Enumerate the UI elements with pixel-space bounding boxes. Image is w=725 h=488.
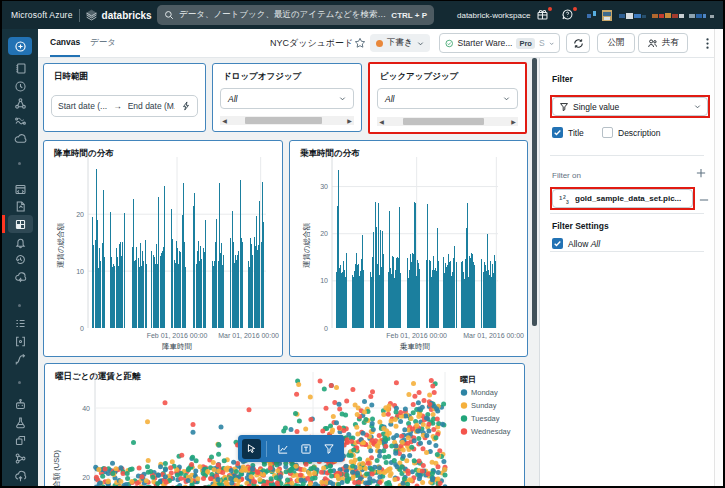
- nav-item-compute[interactable]: [2, 132, 38, 145]
- widget-dropoff-time-chart[interactable]: 降車時間の分布 01020Feb 01, 2016 00:00Mar 01, 2…: [43, 140, 283, 357]
- draft-status-pill[interactable]: 下書き: [370, 34, 430, 52]
- nav-item-catalog[interactable]: [2, 97, 38, 110]
- nav-item-workspace[interactable]: [2, 62, 38, 75]
- widget-fare-distance-scatter[interactable]: 曜日ごとの運賃と距離 4020運賃の総合額 (USD)曜日MondaySunda…: [44, 363, 525, 487]
- workspace-name[interactable]: databrick-workspace: [457, 1, 530, 29]
- global-search-input[interactable]: データ、ノートブック、最近のアイテムなどを検索… CTRL + P: [157, 5, 434, 25]
- warehouse-selector[interactable]: Starter Ware... Pro S: [439, 33, 560, 53]
- nav-item-playground[interactable]: [2, 398, 38, 411]
- favorite-star-icon[interactable]: [354, 37, 366, 49]
- widget-title: ピックアップジップ: [380, 71, 458, 83]
- gift-icon[interactable]: [536, 8, 550, 22]
- tab-data[interactable]: データ: [90, 29, 116, 57]
- chevron-down-icon: [549, 40, 554, 47]
- nav-item-workflows[interactable]: [2, 115, 38, 128]
- dashboard-title[interactable]: NYCダッシュボード: [270, 29, 353, 57]
- widget-dropoff-zip-filter[interactable]: ドロップオフジップ All ◀ ▶: [212, 63, 362, 132]
- help-badge-dot: [573, 7, 577, 11]
- filter-field-chip[interactable]: 123 gold_sample_data_set.pic...: [552, 189, 693, 208]
- kebab-icon: [706, 37, 709, 50]
- nav-item-queries[interactable]: [2, 200, 38, 213]
- scroll-left-arrow-icon[interactable]: ◀: [377, 117, 386, 126]
- publish-button[interactable]: 公開: [597, 33, 635, 53]
- fare-distance-scatter-chart: 4020運賃の総合額 (USD)曜日MondaySundayTuesdayWed…: [45, 364, 522, 487]
- nav-item-recents[interactable]: [2, 80, 38, 93]
- models-icon: [14, 452, 27, 465]
- svg-text:Wednesday: Wednesday: [471, 427, 511, 436]
- nav-item-serving[interactable]: [2, 470, 38, 483]
- filter-config-panel: Filter Single value Title Description Fi…: [539, 58, 714, 487]
- chevron-down-icon: [694, 103, 701, 110]
- widget-pickup-zip-filter[interactable]: ピックアップジップ All ◀ ▶: [368, 62, 527, 134]
- help-bubble-icon[interactable]: [561, 8, 575, 22]
- lightning-icon[interactable]: [181, 101, 191, 111]
- allow-all-checkbox[interactable]: Allow All: [552, 238, 600, 249]
- start-date-field[interactable]: Start date (...: [58, 101, 107, 111]
- nav-item-features[interactable]: [2, 434, 38, 447]
- remove-filter-field-button[interactable]: [698, 194, 710, 206]
- filter-field-annotation-box: 123 gold_sample_data_set.pic...: [550, 187, 695, 210]
- nav-item-pipelines[interactable]: [2, 353, 38, 366]
- svg-text:運賃の総合額 (USD): 運賃の総合額 (USD): [52, 449, 61, 487]
- scrollbar-thumb[interactable]: [245, 117, 322, 124]
- add-filter-field-button[interactable]: [695, 167, 707, 179]
- svg-text:曜日: 曜日: [460, 375, 476, 384]
- features-icon: [14, 434, 27, 447]
- add-text-button[interactable]: [295, 439, 318, 459]
- add-visualization-button[interactable]: [272, 439, 295, 459]
- pipelines-icon: [14, 353, 27, 366]
- funnel-icon: [559, 102, 569, 112]
- nav-item-sql-warehouse[interactable]: [2, 271, 38, 284]
- nav-item-sql-editor[interactable]: [2, 183, 38, 196]
- checkbox-unchecked-icon[interactable]: [602, 127, 613, 138]
- queries-icon: [14, 200, 27, 213]
- pickup-zip-select[interactable]: All: [377, 88, 518, 109]
- svg-text:0: 0: [80, 325, 84, 332]
- workspace-icon: [14, 62, 27, 75]
- nav-item-experiments[interactable]: [2, 416, 38, 429]
- checkbox-checked-icon[interactable]: [552, 238, 563, 249]
- panel-divider: [550, 155, 704, 156]
- svg-text:Monday: Monday: [471, 388, 498, 397]
- share-button[interactable]: 共有: [638, 33, 688, 53]
- description-checkbox[interactable]: Description: [602, 127, 661, 138]
- scrollbar-thumb[interactable]: [403, 118, 484, 125]
- warehouse-state: S: [539, 38, 545, 48]
- dashboard-header: Canvas データ NYCダッシュボード 下書き Starter Ware..…: [38, 29, 725, 58]
- window-scrollbar-gutter[interactable]: [714, 29, 725, 487]
- nav-item-models[interactable]: [2, 452, 38, 465]
- scroll-right-arrow-icon[interactable]: ▶: [509, 117, 518, 126]
- date-range-input[interactable]: Start date (... → End date (M...: [51, 95, 198, 117]
- add-filter-button[interactable]: [317, 439, 340, 459]
- widget-pickup-time-chart[interactable]: 乗車時間の分布 0102030Feb 01, 2016 00:00Mar 01,…: [289, 140, 528, 357]
- horizontal-scrollbar[interactable]: ◀ ▶: [377, 117, 518, 126]
- svg-text:3: 3: [566, 198, 569, 204]
- scroll-left-arrow-icon[interactable]: ◀: [220, 116, 229, 125]
- dropoff-time-bar-chart: 01020Feb 01, 2016 00:00Mar 01, 2016 00:0…: [44, 141, 281, 355]
- cursor-tool-button[interactable]: [242, 439, 261, 459]
- filter-type-select[interactable]: Single value: [552, 97, 708, 116]
- nav-item-dashboards[interactable]: [8, 215, 33, 233]
- widget-date-range-filter[interactable]: 日時範囲 Start date (... → End date (M...: [43, 63, 206, 132]
- canvas-vertical-scrollbar[interactable]: [532, 58, 537, 487]
- nav-item-data-ingestion[interactable]: [2, 335, 38, 348]
- checkbox-checked-icon[interactable]: [552, 127, 563, 138]
- nav-separator-dot: [18, 304, 21, 307]
- horizontal-scrollbar[interactable]: ◀ ▶: [220, 116, 354, 125]
- dropoff-zip-select[interactable]: All: [220, 88, 354, 109]
- svg-text:30: 30: [320, 183, 328, 190]
- new-button[interactable]: [8, 37, 32, 55]
- chevron-down-icon: [503, 95, 510, 102]
- nav-item-job-runs[interactable]: [2, 317, 38, 330]
- kebab-menu[interactable]: [700, 35, 714, 51]
- refresh-button[interactable]: [566, 33, 590, 53]
- end-date-field[interactable]: End date (M...: [128, 101, 175, 111]
- databricks-logo[interactable]: databricks: [85, 9, 152, 22]
- scroll-right-arrow-icon[interactable]: ▶: [345, 116, 354, 125]
- tab-canvas[interactable]: Canvas: [50, 29, 80, 57]
- title-checkbox[interactable]: Title: [552, 127, 584, 138]
- dashboards-icon: [14, 218, 27, 231]
- nav-item-query-history[interactable]: [2, 253, 38, 266]
- nav-item-alerts[interactable]: [2, 236, 38, 249]
- scrollbar-thumb[interactable]: [532, 58, 537, 326]
